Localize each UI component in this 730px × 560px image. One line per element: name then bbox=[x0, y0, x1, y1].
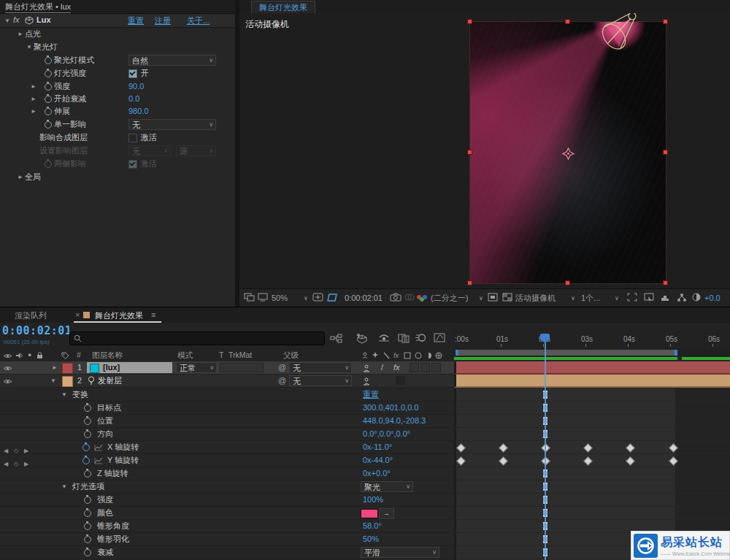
label-color-icon[interactable] bbox=[61, 352, 69, 359]
close-tab-icon[interactable]: × bbox=[75, 310, 80, 319]
prop-value[interactable]: 0x+0.0° bbox=[363, 467, 391, 480]
stopwatch-icon[interactable] bbox=[84, 523, 91, 530]
current-view-icon[interactable] bbox=[644, 293, 654, 302]
parent-dropdown[interactable]: 无 ∨ bbox=[289, 362, 352, 373]
hide-shy-layers-icon[interactable] bbox=[378, 333, 390, 342]
fast-preview-icon[interactable] bbox=[488, 293, 498, 302]
fx-switch-icon[interactable]: fx bbox=[393, 361, 400, 374]
stopwatch-icon[interactable] bbox=[84, 470, 91, 477]
stopwatch-icon[interactable] bbox=[84, 431, 91, 438]
selection-handle[interactable] bbox=[663, 150, 668, 155]
exposure-value[interactable]: +0.0 bbox=[704, 293, 721, 304]
group-collapse-icon[interactable]: ▼ bbox=[61, 388, 67, 401]
expand-icon[interactable]: ► bbox=[31, 105, 36, 118]
exposure-icon[interactable] bbox=[692, 293, 701, 302]
tab-comp-active[interactable]: 舞台灯光效果 bbox=[95, 310, 143, 321]
strength-value[interactable]: 90.0 bbox=[128, 80, 144, 93]
graph-editor-icon[interactable] bbox=[434, 333, 445, 342]
preview-monitors-icon[interactable] bbox=[244, 293, 255, 302]
monitor-icon[interactable] bbox=[258, 293, 268, 302]
layer-row-lux[interactable]: ► 1 [lux] 正常 ∨ @ 无 ∨ / fx bbox=[0, 361, 454, 375]
resolution-chevron-icon[interactable]: ∨ bbox=[479, 293, 483, 304]
group-collapse-icon[interactable]: ▼ bbox=[61, 480, 67, 493]
expand-icon[interactable]: ► bbox=[31, 80, 36, 93]
video-eye-icon[interactable] bbox=[3, 353, 12, 359]
histogram-icon[interactable] bbox=[661, 293, 671, 302]
shy-switch-icon[interactable] bbox=[363, 364, 371, 372]
prop-label[interactable]: Z 轴旋转 bbox=[97, 467, 128, 480]
prop-value[interactable]: 50% bbox=[363, 533, 379, 545]
roi-icon[interactable] bbox=[326, 293, 338, 302]
shy-switch-icon[interactable] bbox=[363, 377, 371, 386]
audio-icon[interactable] bbox=[15, 352, 23, 359]
show-snapshot-icon[interactable] bbox=[404, 293, 415, 302]
prop-label[interactable]: Y 轴旋转 bbox=[107, 454, 139, 467]
prop-value[interactable]: 0x-44.0° bbox=[363, 454, 393, 467]
stopwatch-icon[interactable] bbox=[45, 83, 52, 91]
view-chevron-icon[interactable]: ∨ bbox=[571, 293, 575, 304]
work-area-bar[interactable] bbox=[456, 350, 677, 356]
playhead-line[interactable] bbox=[545, 334, 546, 560]
viewer-tab[interactable]: 舞台灯光效果 bbox=[251, 1, 315, 14]
track-row[interactable] bbox=[454, 507, 730, 520]
prop-label[interactable]: 目标点 bbox=[97, 402, 121, 414]
effect-panel-tab[interactable]: 舞台灯光效果 • lux bbox=[0, 0, 235, 14]
falloff-start-value[interactable]: 0.0 bbox=[128, 93, 139, 105]
prop-label[interactable]: 锥形角度 bbox=[97, 520, 129, 532]
prop-value[interactable]: 58.0° bbox=[363, 520, 382, 532]
layer-name[interactable]: [lux] bbox=[103, 362, 120, 373]
tab-render-queue[interactable]: 渲染队列 bbox=[15, 310, 47, 321]
effect-collapse-icon[interactable]: ▼ bbox=[4, 18, 10, 24]
view-count-select[interactable]: 1个... bbox=[581, 293, 600, 304]
prop-label[interactable]: 方向 bbox=[97, 428, 113, 440]
stopwatch-active-icon[interactable] bbox=[82, 457, 90, 464]
mode-column[interactable]: 模式 bbox=[177, 350, 193, 361]
reset-link[interactable]: 重置 bbox=[128, 15, 144, 26]
viewer-stage[interactable]: 活动摄像机 bbox=[239, 13, 730, 288]
track-row[interactable] bbox=[454, 494, 730, 507]
register-link[interactable]: 注册 bbox=[155, 15, 171, 26]
stopwatch-icon[interactable] bbox=[45, 108, 52, 115]
light-color-swatch[interactable] bbox=[361, 509, 378, 518]
comp-mini-flowchart-icon[interactable] bbox=[330, 334, 342, 343]
layer-label-color[interactable] bbox=[62, 376, 73, 387]
trkmat-t-column[interactable]: T bbox=[219, 350, 223, 361]
stopwatch-icon[interactable] bbox=[45, 57, 52, 64]
layer-label-color[interactable] bbox=[62, 363, 73, 374]
flowchart-icon[interactable] bbox=[677, 293, 687, 302]
affect-comp-layer-checkbox[interactable] bbox=[128, 134, 137, 142]
selection-handle[interactable] bbox=[467, 280, 472, 285]
stopwatch-icon[interactable] bbox=[84, 510, 91, 517]
grid-guides-icon[interactable] bbox=[627, 293, 637, 302]
current-timecode[interactable]: 0:00:02:01 bbox=[2, 324, 72, 337]
parent-dropdown[interactable]: 无 ∨ bbox=[289, 375, 352, 386]
stopwatch-icon[interactable] bbox=[45, 70, 52, 77]
parent-pickwhip-icon[interactable]: @ bbox=[278, 361, 286, 374]
prop-label[interactable]: 强度 bbox=[97, 494, 113, 506]
transparency-grid-icon[interactable] bbox=[502, 293, 512, 302]
expand-icon[interactable]: ► bbox=[18, 171, 23, 183]
parent-pickwhip-icon[interactable]: @ bbox=[278, 375, 286, 387]
stopwatch-active-icon[interactable] bbox=[82, 444, 90, 451]
track-row[interactable] bbox=[454, 402, 730, 415]
prop-label[interactable]: 衰减 bbox=[97, 546, 113, 559]
selection-handle[interactable] bbox=[565, 280, 570, 285]
layer-visibility-eye-icon[interactable] bbox=[3, 365, 12, 372]
stopwatch-icon[interactable] bbox=[84, 404, 91, 412]
prop-value[interactable]: 0x-11.0° bbox=[363, 441, 392, 453]
layer-bar-emitter[interactable] bbox=[454, 375, 730, 388]
quality-switch-icon[interactable]: / bbox=[381, 361, 383, 374]
falloff-dropdown[interactable]: 平滑 ∨ bbox=[361, 547, 439, 558]
zoom-chevron-icon[interactable]: ∨ bbox=[304, 293, 308, 304]
composition-canvas[interactable] bbox=[470, 22, 666, 283]
blend-mode-dropdown[interactable]: 正常 ∨ bbox=[176, 362, 217, 373]
motion-blur-icon[interactable] bbox=[415, 333, 426, 342]
point-of-interest-marker[interactable] bbox=[562, 147, 575, 160]
track-row[interactable] bbox=[454, 467, 730, 480]
solo-icon[interactable]: ● bbox=[28, 350, 31, 361]
stopwatch-icon[interactable] bbox=[84, 496, 91, 504]
prop-group-label[interactable]: 变换 bbox=[72, 388, 88, 401]
layer-collapse-icon[interactable]: ▼ bbox=[50, 375, 56, 387]
view-count-chevron-icon[interactable]: ∨ bbox=[615, 293, 619, 304]
viewer-timecode[interactable]: 0:00:02:01 bbox=[345, 293, 383, 304]
